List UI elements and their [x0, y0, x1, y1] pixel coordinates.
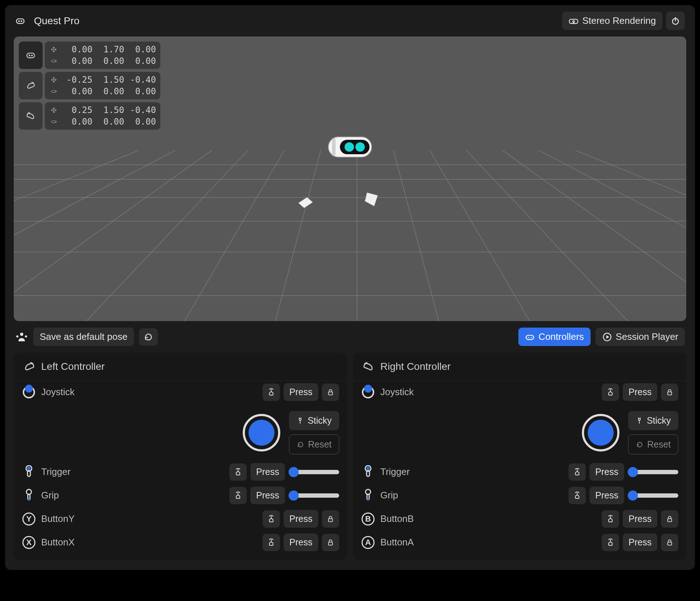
right-joystick-reset-button[interactable]: Reset [628, 434, 678, 454]
save-default-pose-button[interactable]: Save as default pose [33, 328, 134, 346]
svg-rect-39 [332, 138, 336, 156]
svg-line-30 [502, 150, 686, 321]
svg-line-29 [14, 150, 212, 321]
overlay-right-controller-button[interactable] [19, 102, 43, 130]
right-trigger-label: Trigger [380, 466, 563, 477]
right-button-b-label: ButtonB [380, 513, 597, 524]
right-controller-panel: Right Controller Joystick Press Sticky [353, 353, 686, 560]
viewport-3d[interactable]: 0.001.700.00 0.000.000.00 -0.251.50-0.40… [14, 36, 686, 321]
tab-session-player[interactable]: Session Player [596, 328, 685, 346]
app-window: Quest Pro Stereo Rendering [5, 5, 695, 570]
right-button-b-press-button[interactable]: Press [623, 510, 657, 528]
left-button-x-press-button[interactable]: Press [284, 533, 318, 551]
left-joystick-reset-button[interactable]: Reset [289, 434, 339, 454]
right-panel-title: Right Controller [380, 361, 451, 372]
tab-session-player-label: Session Player [616, 331, 678, 342]
left-controller-panel: Left Controller Joystick Press Sticky [14, 353, 347, 560]
joystick-icon [23, 386, 35, 398]
power-button[interactable] [666, 12, 685, 30]
left-button-y-label: ButtonY [41, 513, 258, 524]
right-trigger-touch-button[interactable] [569, 463, 586, 481]
left-controller-icon [26, 81, 36, 91]
right-button-a-label: ButtonA [380, 537, 597, 548]
svg-point-50 [366, 467, 370, 470]
grip-icon [25, 489, 33, 502]
stereo-rendering-button[interactable]: Stereo Rendering [562, 12, 662, 30]
left-joystick-touch-button[interactable] [263, 384, 280, 401]
right-joystick-row: Joystick Press [361, 383, 678, 401]
svg-line-34 [575, 150, 686, 321]
left-grip-row: Grip Press [22, 487, 339, 504]
left-joystick-label: Joystick [41, 386, 258, 398]
right-joystick-lock-button[interactable] [661, 384, 678, 401]
left-controller-icon [23, 360, 35, 373]
left-button-x-touch-button[interactable] [263, 534, 280, 551]
right-grip-touch-button[interactable] [569, 487, 586, 504]
left-button-y-lock-button[interactable] [322, 510, 339, 528]
right-button-a-press-button[interactable]: Press [623, 533, 657, 551]
ground-grid [14, 150, 686, 321]
svg-point-47 [28, 498, 30, 501]
svg-line-32 [539, 150, 686, 321]
svg-line-25 [185, 150, 285, 321]
left-button-x-lock-button[interactable] [322, 534, 339, 551]
left-joystick-pad[interactable] [243, 414, 280, 451]
left-joystick-press-button[interactable]: Press [284, 383, 318, 401]
device-title: Quest Pro [34, 15, 553, 27]
right-button-a-touch-button[interactable] [602, 534, 619, 551]
right-joystick-touch-button[interactable] [602, 384, 619, 401]
svg-marker-40 [298, 197, 313, 208]
play-icon [602, 332, 612, 342]
right-button-a-lock-button[interactable] [661, 534, 678, 551]
overlay-left-readout: -0.251.50-0.40 0.000.000.00 [45, 72, 160, 99]
right-trigger-row: Trigger Press [361, 463, 678, 481]
svg-rect-36 [340, 140, 370, 154]
overlay-headset-readout: 0.001.700.00 0.000.000.00 [45, 42, 160, 69]
left-joystick-sticky-button[interactable]: Sticky [289, 411, 339, 430]
left-trigger-press-button[interactable]: Press [250, 463, 285, 481]
left-panel-title: Left Controller [41, 361, 105, 372]
svg-line-26 [430, 150, 530, 321]
svg-line-23 [275, 150, 321, 321]
right-joystick-press-button[interactable]: Press [623, 383, 657, 401]
svg-line-27 [86, 150, 248, 321]
overlay-headset-button[interactable] [19, 42, 43, 69]
svg-point-53 [367, 498, 369, 501]
button-a-icon: A [362, 536, 375, 549]
right-trigger-press-button[interactable]: Press [589, 463, 624, 481]
right-trigger-slider[interactable] [628, 470, 678, 474]
button-b-icon: B [362, 513, 375, 526]
svg-line-31 [14, 150, 176, 321]
gamepad-icon [525, 332, 535, 342]
right-button-b-row: B ButtonB Press [361, 510, 678, 528]
reset-pose-button[interactable] [139, 328, 158, 346]
left-grip-press-button[interactable]: Press [250, 487, 285, 504]
left-trigger-touch-button[interactable] [229, 463, 247, 481]
right-grip-press-button[interactable]: Press [589, 487, 624, 504]
left-grip-touch-button[interactable] [229, 487, 247, 504]
tab-controllers[interactable]: Controllers [518, 328, 591, 346]
right-joystick-pad[interactable] [582, 414, 619, 451]
joystick-icon [362, 386, 374, 398]
right-button-b-lock-button[interactable] [661, 510, 678, 528]
save-default-pose-label: Save as default pose [40, 331, 128, 342]
left-joystick-lock-button[interactable] [322, 384, 339, 401]
left-grip-slider[interactable] [289, 493, 339, 498]
avatar-headset [321, 133, 379, 167]
avatar-right-controller [363, 190, 382, 211]
right-grip-slider[interactable] [628, 493, 678, 498]
right-joystick-label: Joystick [380, 386, 597, 398]
right-button-b-touch-button[interactable] [602, 510, 619, 528]
overlay-left-controller-button[interactable] [19, 72, 43, 99]
left-trigger-label: Trigger [41, 466, 224, 477]
right-grip-label: Grip [380, 490, 563, 501]
header: Quest Pro Stereo Rendering [5, 5, 695, 36]
left-joystick-row: Joystick Press [22, 383, 339, 401]
power-icon [670, 16, 680, 26]
toolbar: Save as default pose Controllers Session… [5, 321, 695, 353]
left-trigger-slider[interactable] [289, 470, 339, 474]
left-button-y-touch-button[interactable] [263, 510, 280, 528]
right-grip-row: Grip Press [361, 487, 678, 504]
right-joystick-sticky-button[interactable]: Sticky [628, 411, 678, 430]
left-button-y-press-button[interactable]: Press [284, 510, 318, 528]
